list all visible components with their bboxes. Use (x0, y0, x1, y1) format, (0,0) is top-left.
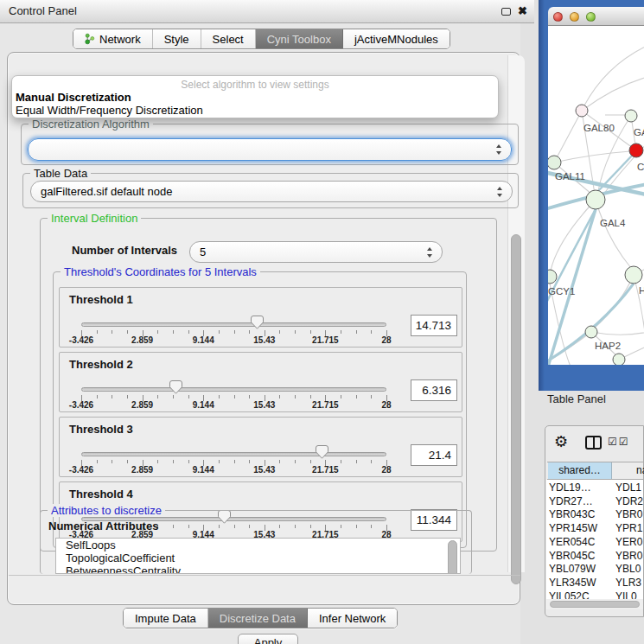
slider-tick (173, 330, 174, 334)
tab-infer-network[interactable]: Infer Network (307, 609, 397, 628)
network-node[interactable] (625, 266, 642, 284)
threshold-value-field[interactable]: 6.316 (411, 379, 457, 401)
slider-tick (249, 330, 250, 334)
column-header-name[interactable]: na (636, 462, 644, 479)
table-row[interactable]: YLR345WYLR3 (546, 577, 643, 590)
slider-tick (295, 460, 296, 463)
number-of-intervals-label: Number of Intervals (72, 244, 177, 257)
tab-impute-data[interactable]: Impute Data (124, 609, 207, 628)
dropdown-option-manual-discretization[interactable]: Manual Discretization (16, 91, 131, 104)
network-edge[interactable] (554, 111, 582, 163)
threshold-slider-track[interactable] (81, 387, 386, 392)
select-columns-icon[interactable]: ☑☑ (608, 436, 630, 448)
list-item[interactable]: BetweennessCentrality (56, 564, 460, 574)
table-row[interactable]: YBL079WYBL0 (546, 563, 643, 577)
slider-tick-label: -3.426 (60, 335, 103, 345)
mac-minimize-light-icon[interactable] (570, 12, 579, 22)
tab-select[interactable]: Select (201, 29, 255, 48)
numerical-attributes-label: Numerical Attributes (48, 520, 158, 532)
numerical-attributes-list: SelfLoopsTopologicalCoefficientBetweenne… (55, 538, 461, 574)
network-node[interactable] (586, 190, 605, 209)
threshold-slider-track[interactable] (81, 452, 386, 456)
cell-shared-name: YBL079W (549, 563, 596, 577)
tab-cyni-toolbox[interactable]: Cyni Toolbox (255, 29, 342, 48)
network-canvas[interactable]: GAL80GACGAL11GAL4GCY1HHAP2 (548, 26, 644, 365)
threshold-slider-thumb[interactable] (316, 445, 328, 462)
table-data-group-title: Table Data (30, 167, 91, 180)
apply-button[interactable]: Apply (238, 634, 298, 644)
network-node[interactable] (548, 156, 561, 169)
mac-close-light-icon[interactable] (553, 12, 563, 22)
close-icon[interactable]: ✖ (518, 3, 527, 19)
network-edge[interactable] (582, 74, 644, 111)
table-hscrollbar-track[interactable] (546, 599, 643, 609)
network-edge[interactable] (584, 38, 644, 105)
network-edge[interactable] (554, 151, 630, 163)
network-node[interactable] (613, 354, 625, 365)
tab-network[interactable]: Network (73, 29, 152, 48)
table-row[interactable]: YPR145WYPR1 (546, 522, 643, 536)
slider-tick-label: 9.144 (182, 465, 225, 475)
threshold-value-field[interactable]: 14.713 (411, 315, 457, 336)
network-node[interactable] (629, 143, 643, 157)
table-row[interactable]: YBR045CYBR0 (546, 550, 643, 564)
network-icon (85, 33, 95, 45)
table-data-select[interactable]: galFiltered.sif default node (30, 181, 513, 202)
top-tab-bar: NetworkStyleSelectCyni ToolboxjActiveMNo… (73, 29, 450, 49)
network-node-label: C (637, 162, 644, 172)
threshold-value-field[interactable]: 21.4 (411, 444, 457, 466)
table-hscrollbar-thumb[interactable] (550, 601, 640, 608)
slider-tick (188, 460, 189, 463)
list-item[interactable]: SelfLoops (56, 539, 460, 552)
main-scrollbar-thumb[interactable] (511, 234, 521, 584)
bottom-tab-bar: Impute DataDiscretize DataInfer Network (123, 608, 398, 628)
slider-tick (234, 395, 235, 399)
tab-style[interactable]: Style (152, 29, 201, 48)
tab-label: Style (164, 33, 189, 46)
tab-jactivemnodules[interactable]: jActiveMNodules (342, 29, 450, 48)
float-panel-icon[interactable] (501, 8, 511, 16)
table-body: YDL19…YDL1YDR27…YDR2YBR043CYBR0YPR145WYP… (546, 480, 643, 602)
network-node-label: H (639, 285, 644, 296)
network-node[interactable] (548, 270, 557, 284)
dropdown-placeholder-option[interactable]: Select algorithm to view settings (12, 79, 498, 91)
slider-tick-label: -3.426 (60, 400, 103, 410)
threshold-slider-thumb[interactable] (251, 316, 264, 332)
threshold-slider-track[interactable] (81, 322, 386, 327)
gear-icon[interactable]: ⚙ (554, 433, 568, 450)
tab-discretize-data[interactable]: Discretize Data (207, 609, 307, 628)
algorithm-select[interactable] (28, 138, 512, 161)
slider-tick (249, 460, 250, 463)
network-window-titlebar[interactable] (548, 7, 644, 26)
tab-label: Cyni Toolbox (267, 33, 331, 46)
list-item[interactable]: TopologicalCoefficient (56, 552, 460, 564)
slider-tick-label: 28 (365, 465, 408, 475)
column-header-shared-name[interactable]: shared… (548, 462, 612, 479)
slider-tick (173, 460, 174, 463)
columns-icon[interactable] (585, 436, 602, 450)
table-row[interactable]: YDL19…YDL1 (546, 481, 643, 495)
table-row[interactable]: YER054CYER0 (546, 536, 643, 550)
mac-zoom-light-icon[interactable] (586, 12, 596, 22)
slider-tick-label: 21.715 (303, 400, 347, 410)
network-edge[interactable] (596, 200, 631, 268)
table-row[interactable]: YDR27…YDR2 (546, 495, 643, 509)
network-edge[interactable] (591, 328, 644, 335)
threshold-block-1: Threshold 1-3.4262.8599.14415.4321.71528… (59, 287, 462, 348)
table-row[interactable]: YBR043CYBR0 (546, 508, 643, 522)
combo-stepper-icon (427, 247, 433, 258)
slider-tick (371, 330, 372, 334)
tab-label: Discretize Data (220, 612, 296, 625)
network-node[interactable] (585, 326, 597, 338)
number-of-intervals-select[interactable]: 5 (189, 241, 443, 263)
interval-definition-group-title: Interval Definition (48, 212, 141, 225)
cell-shared-name: YDR27… (549, 495, 593, 509)
tab-label: Infer Network (319, 612, 386, 625)
network-node[interactable] (625, 110, 637, 122)
slider-tick (97, 395, 98, 399)
table-panel-title: Table Panel (547, 392, 606, 405)
network-node[interactable] (576, 105, 588, 117)
attributes-list-scrollbar-thumb[interactable] (448, 540, 457, 574)
threshold-slider-thumb[interactable] (169, 380, 182, 397)
dropdown-option-equal-width-frequency[interactable]: Equal Width/Frequency Discretization (16, 104, 203, 117)
